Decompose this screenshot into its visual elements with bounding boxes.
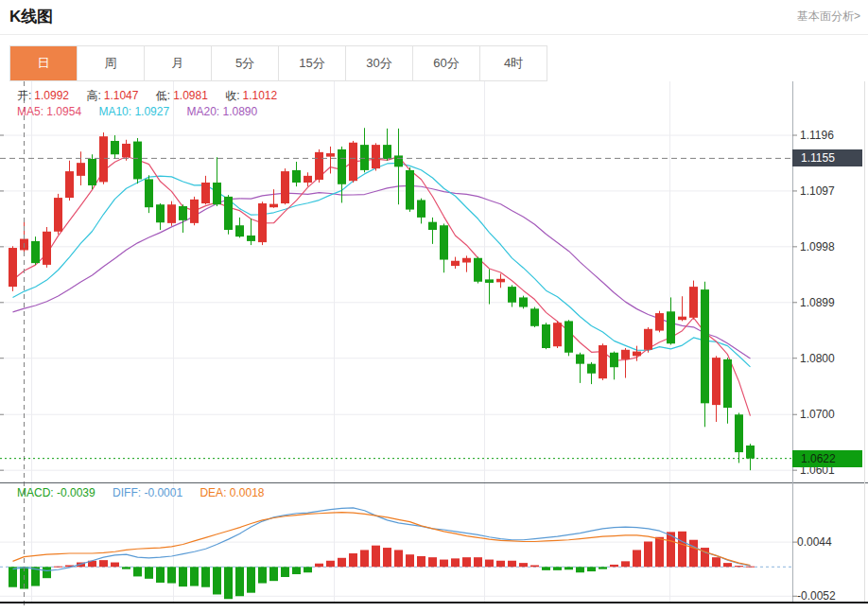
ohlc-legend: 开:1.0992 高:1.1047 低:1.0981 收:1.1012	[17, 88, 277, 104]
close-value: 1.1012	[243, 89, 278, 102]
price-axis-label: 1.0899	[800, 295, 835, 310]
tab-30分[interactable]: 30分	[346, 46, 413, 80]
diff-value: -0.0001	[144, 486, 182, 499]
low-label: 低:	[156, 89, 170, 102]
tab-4时[interactable]: 4时	[480, 46, 547, 80]
ma20-value: 1.0890	[223, 105, 258, 118]
price-axis-label: 1.1097	[800, 184, 835, 199]
tab-15分[interactable]: 15分	[279, 46, 346, 80]
ma5-label: MA5:	[17, 105, 43, 118]
tab-周[interactable]: 周	[78, 46, 145, 80]
crosshair-price-badge: 1.1155	[792, 149, 862, 166]
macd-axis-label: -0.0052	[797, 588, 836, 603]
ma10-label: MA10:	[98, 105, 131, 118]
dea-value: 0.0018	[230, 486, 265, 499]
ma5-value: 1.0954	[46, 105, 81, 118]
tab-日[interactable]: 日	[10, 46, 78, 80]
price-axis-label: 1.0998	[800, 239, 835, 254]
ma10-value: 1.0927	[134, 105, 169, 118]
ma20-label: MA20:	[186, 105, 219, 118]
price-axis-label: 1.1196	[800, 128, 834, 143]
high-label: 高:	[86, 89, 100, 102]
tab-月[interactable]: 月	[145, 46, 212, 80]
kline-widget: K线图 基本面分析> 日周月5分15分30分60分4时 开:1.0992 高:1…	[0, 0, 868, 612]
tab-5分[interactable]: 5分	[212, 46, 279, 80]
close-label: 收:	[225, 89, 239, 102]
interval-tabs: 日周月5分15分30分60分4时	[9, 45, 547, 81]
price-axis-label: 1.0700	[800, 407, 835, 422]
macd-label: MACD:	[17, 486, 54, 499]
open-value: 1.0992	[34, 89, 69, 102]
macd-legend: MACD: -0.0039 DIFF: -0.0001 DEA: 0.0018	[17, 486, 265, 499]
low-value: 1.0981	[173, 89, 208, 102]
last-price-badge: 1.0622	[792, 450, 862, 467]
open-label: 开:	[17, 89, 31, 102]
diff-label: DIFF:	[113, 486, 141, 499]
tab-60分[interactable]: 60分	[413, 46, 480, 80]
macd-value: -0.0039	[57, 486, 95, 499]
price-axis-label: 1.0800	[800, 351, 835, 366]
high-value: 1.1047	[104, 89, 139, 102]
dea-label: DEA:	[200, 486, 226, 499]
ma-legend: MA5: 1.0954 MA10: 1.0927 MA20: 1.0890	[17, 105, 257, 118]
macd-axis-label: 0.0044	[797, 534, 832, 550]
